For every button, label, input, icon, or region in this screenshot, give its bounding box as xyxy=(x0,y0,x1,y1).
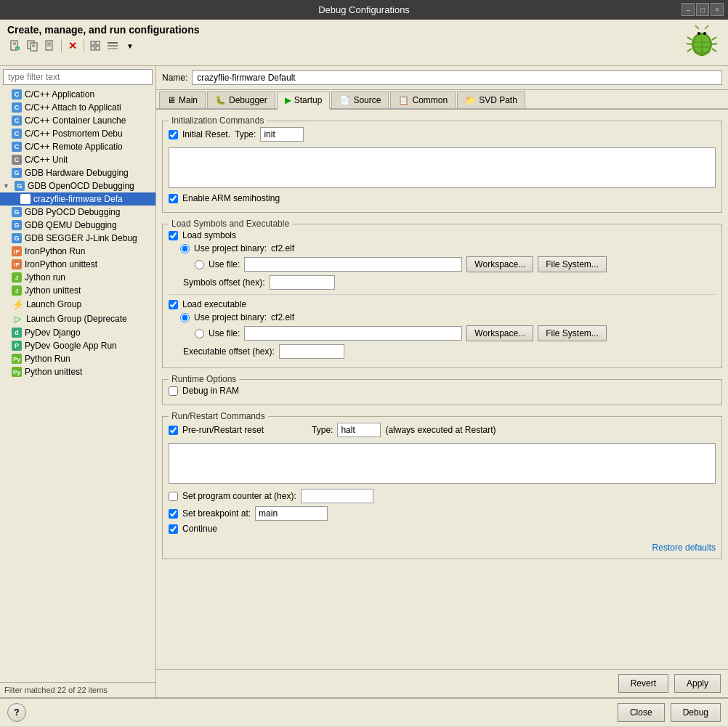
name-input[interactable] xyxy=(192,70,722,85)
python-test-icon: Py xyxy=(12,367,22,377)
tree-item-pydev-google[interactable]: P PyDev Google App Run xyxy=(0,339,155,352)
svg-rect-19 xyxy=(108,48,118,49)
crazyflie-icon: c xyxy=(20,194,31,204)
tab-bar: 🖥 Main 🐛 Debugger ▶ Startup 📄 Source 📋 xyxy=(156,90,728,110)
use-file-1-input[interactable] xyxy=(244,257,462,272)
toolbar-sep-2 xyxy=(84,39,84,52)
enable-arm-label: Enable ARM semihosting xyxy=(182,193,280,203)
tab-startup-label: Startup xyxy=(294,95,323,105)
tree-item-gdb-qemu[interactable]: G GDB QEMU Debugging xyxy=(0,219,155,232)
filesystem-btn-1[interactable]: File System... xyxy=(538,256,607,272)
tree-item-gdb-openocd[interactable]: ▼ G GDB OpenOCD Debugging xyxy=(0,179,155,192)
executable-offset-row: Executable offset (hex): xyxy=(169,344,716,359)
tree-item-cpp-remote[interactable]: C C/C++ Remote Applicatio xyxy=(0,140,155,153)
new-from-btn[interactable] xyxy=(25,38,41,54)
set-breakpoint-input[interactable] xyxy=(255,506,328,521)
jython-test-icon: J xyxy=(12,285,22,296)
gdb-hw-icon: G xyxy=(12,168,22,178)
use-file-1-radio[interactable] xyxy=(195,260,204,269)
expand-btn[interactable] xyxy=(105,38,121,54)
delete-btn[interactable]: ✕ xyxy=(65,38,81,54)
name-label: Name: xyxy=(162,73,187,83)
svg-line-30 xyxy=(712,37,716,40)
cpp-unit-label: C/C++ Unit xyxy=(25,155,68,165)
tree-item-ironpython-run[interactable]: IP IronPython Run xyxy=(0,245,155,258)
tab-main-label: Main xyxy=(179,95,198,105)
tree-item-cpp-app[interactable]: C C/C++ Application xyxy=(0,88,155,101)
init-commands-textarea[interactable] xyxy=(169,147,716,188)
tree-item-cpp-unit[interactable]: C C/C++ Unit xyxy=(0,153,155,166)
type-label: Type: xyxy=(312,425,333,435)
tree-item-cpp-attach[interactable]: C C/C++ Attach to Applicati xyxy=(0,101,155,114)
maximize-btn[interactable]: □ xyxy=(696,3,709,16)
filter-menu-btn[interactable]: ▼ xyxy=(122,38,138,54)
run-restart-textarea[interactable] xyxy=(169,443,716,484)
tree-item-python-run[interactable]: Py Python Run xyxy=(0,352,155,365)
tree-item-pydev-django[interactable]: d PyDev Django xyxy=(0,326,155,339)
revert-button[interactable]: Revert xyxy=(618,674,668,693)
set-program-counter-input[interactable] xyxy=(301,489,373,503)
symbols-offset-label: Symbols offset (hex): xyxy=(183,277,265,288)
tab-common[interactable]: 📋 Common xyxy=(390,92,456,108)
launch-group-icon: ⚡ xyxy=(12,298,23,310)
pre-run-checkbox[interactable] xyxy=(169,426,178,435)
new-config-btn[interactable]: + xyxy=(7,38,23,54)
tree-item-gdb-pyocd[interactable]: G GDB PyOCD Debugging xyxy=(0,206,155,219)
duplicate-btn[interactable] xyxy=(42,38,58,54)
tab-startup[interactable]: ▶ Startup xyxy=(277,92,331,110)
set-program-counter-checkbox[interactable] xyxy=(169,492,178,501)
tab-common-icon: 📋 xyxy=(398,95,409,105)
filesystem-btn-2[interactable]: File System... xyxy=(538,325,607,341)
tree-item-launch-group[interactable]: ⚡ Launch Group xyxy=(0,297,155,312)
load-symbols-checkbox[interactable] xyxy=(169,231,178,240)
enable-arm-row: Enable ARM semihosting xyxy=(169,193,716,203)
tab-source[interactable]: 📄 Source xyxy=(331,92,389,108)
tab-svd-path[interactable]: 📁 SVD Path xyxy=(457,92,525,108)
gdb-qemu-icon: G xyxy=(12,220,22,230)
workspace-btn-2[interactable]: Workspace... xyxy=(466,325,533,341)
use-file-2-input[interactable] xyxy=(244,326,462,341)
tree-item-gdb-hw[interactable]: G GDB Hardware Debugging xyxy=(0,166,155,179)
tree-item-cpp-container[interactable]: C C/C++ Container Launche xyxy=(0,114,155,127)
load-executable-checkbox[interactable] xyxy=(169,300,178,309)
tab-main[interactable]: 🖥 Main xyxy=(159,92,206,108)
set-breakpoint-checkbox[interactable] xyxy=(169,509,178,519)
tab-debugger[interactable]: 🐛 Debugger xyxy=(207,92,275,108)
tree-item-ironpython-test[interactable]: IP IronPython unittest xyxy=(0,258,155,271)
svg-line-25 xyxy=(695,25,699,29)
use-project-binary-2-radio[interactable] xyxy=(180,313,190,322)
close-button[interactable]: Close xyxy=(618,703,665,722)
continue-checkbox[interactable] xyxy=(169,524,178,534)
tree-item-gdb-segger[interactable]: G GDB SEGGER J-Link Debug xyxy=(0,232,155,245)
left-panel: C C/C++ Application C C/C++ Attach to Ap… xyxy=(0,66,156,697)
use-project-binary-1-radio[interactable] xyxy=(180,244,190,253)
initial-reset-checkbox[interactable] xyxy=(169,130,178,139)
tree-item-crazyflie[interactable]: c crazyflie-firmware Defa xyxy=(0,192,155,206)
tree-item-jython-test[interactable]: J Jython unittest xyxy=(0,284,155,297)
page-title: Create, manage, and run configurations xyxy=(7,24,676,36)
enable-arm-checkbox[interactable] xyxy=(169,194,178,203)
close-btn[interactable]: × xyxy=(711,3,724,16)
initial-reset-type-input[interactable] xyxy=(260,127,304,142)
tree-item-cpp-postmortem[interactable]: C C/C++ Postmortem Debu xyxy=(0,127,155,140)
tab-main-icon: 🖥 xyxy=(167,95,176,105)
filter-input[interactable] xyxy=(3,69,153,85)
tree-item-jython-run[interactable]: J Jython run xyxy=(0,271,155,284)
filter-status: Filter matched 22 of 22 items xyxy=(0,682,155,697)
apply-button[interactable]: Apply xyxy=(674,674,721,693)
debug-in-ram-checkbox[interactable] xyxy=(169,386,178,396)
run-type-input[interactable] xyxy=(337,423,381,437)
workspace-btn-1[interactable]: Workspace... xyxy=(466,256,533,272)
collapse-btn[interactable] xyxy=(87,38,103,54)
help-button[interactable]: ? xyxy=(7,703,26,722)
use-file-2-radio[interactable] xyxy=(195,329,204,338)
restore-defaults-link[interactable]: Restore defaults xyxy=(169,543,716,553)
tree-item-launch-group-dep[interactable]: ▷ Launch Group (Deprecate xyxy=(0,312,155,326)
executable-offset-input[interactable] xyxy=(279,344,344,359)
tree-item-python-test[interactable]: Py Python unittest xyxy=(0,365,155,378)
minimize-btn[interactable]: – xyxy=(682,3,695,16)
main-container: Create, manage, and run configurations +… xyxy=(0,20,728,726)
debug-button[interactable]: Debug xyxy=(671,703,721,722)
bottom-bar: Revert Apply xyxy=(156,669,728,697)
symbols-offset-input[interactable] xyxy=(270,275,335,290)
